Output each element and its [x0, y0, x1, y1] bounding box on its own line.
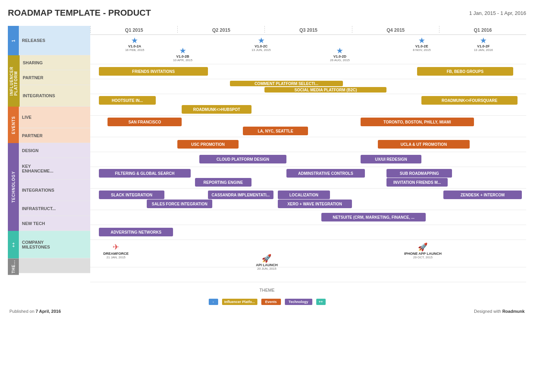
- sidebar-group-label-releases: 1: [8, 26, 19, 55]
- main-container: 1 RELEASES INFLUENCERPLATFORM SHARING PA…: [8, 26, 526, 282]
- timeline-row-integrations-technology: SLACK INTEGRATION SALES FORCE INTEGRATIO…: [90, 189, 526, 210]
- theme-section: THEME - Influencer Platfo... Events Tech…: [8, 288, 526, 305]
- bar-fb-bebo-groups: FB, BEBO GROUPS: [417, 67, 513, 76]
- star-icon-v102d: ★: [336, 47, 343, 54]
- legend-box-influencer: Influencer Platfo...: [222, 299, 257, 305]
- sidebar-group-label-events: EVENTS: [8, 107, 19, 143]
- bar-slack-integration: SLACK INTEGRATION: [99, 191, 164, 199]
- sidebar-item-integrations-influencer: INTEGRATIONS: [20, 85, 90, 107]
- quarter-q1-2016: Q1 2016: [439, 26, 526, 33]
- legend-item-releases: -: [209, 299, 218, 305]
- footer-published-label: Published on: [9, 309, 35, 314]
- theme-legend: - Influencer Platfo... Events Technology…: [8, 299, 526, 305]
- footer-published: Published on 7 April, 2016: [9, 309, 61, 314]
- sidebar-item-infrastructure: INFRASTRUCT...: [19, 201, 90, 216]
- sidebar-group-label-technology: TECHNOLOGY: [8, 143, 19, 231]
- star-icon-v102f: ★: [480, 36, 487, 44]
- bar-netsuite: NETSUITE (CRM, MARKETING, FINANCE, ...: [321, 213, 426, 221]
- page-wrapper: ROADMAP TEMPLATE - PRODUCT 1 Jan, 2015 -…: [0, 0, 534, 318]
- footer-designed: Designed with Roadmunk: [474, 309, 525, 314]
- sidebar-rows-technology: DESIGN KEYENHANCEME... INTEGRATIONS INFR…: [19, 143, 90, 231]
- release-v102c: ★ V1.0-2C 13 JUN, 2015: [252, 36, 271, 52]
- footer-designed-app: Roadmunk: [502, 309, 525, 314]
- sidebar-item-partner-influencer: PARTNER: [20, 70, 90, 85]
- legend-item-milestones: ++: [316, 299, 326, 305]
- timeline-row-integrations-influencer: HOOTSUITE IN... ROADMUNK<>HUBSPOT ROADMU…: [90, 94, 526, 116]
- bar-comment-platform: COMMENT PLATFORM SELECTI...: [230, 81, 343, 86]
- quarter-q2-2015: Q2 2015: [177, 26, 264, 33]
- sidebar-item-key-enhancements: KEYENHANCEME...: [19, 158, 90, 180]
- star-icon-v102e: ★: [418, 36, 425, 44]
- timeline-row-partner-influencer: COMMENT PLATFORM SELECTI... SOCIAL MEDIA…: [90, 79, 526, 94]
- legend-box-technology: Technology: [285, 299, 312, 305]
- milestone-dreamforce: ✈ DREAMFORCE 21 JAN, 2015: [103, 242, 129, 259]
- timeline-row-live: SAN FRANCISCO LA, NYC, SEATTLE TORONTO, …: [90, 116, 526, 137]
- release-v102e: ★ V1.0-2E 8 NOV, 2015: [413, 36, 431, 52]
- star-icon-v102a: ★: [131, 36, 138, 44]
- bar-ucla-ut-promotion: UCLA & UT PROMOTION: [378, 140, 469, 149]
- footer-published-date: 7 April, 2016: [36, 309, 61, 314]
- sidebar-rows-events: LIVE PARTNER: [19, 107, 90, 143]
- bar-localization: LOCALIZATION: [278, 191, 330, 199]
- release-v102a: ★ V1.0-2A 16 FEB, 2015: [125, 36, 144, 52]
- timeline-row-key-enhancements: FILTERING & GLOBAL SEARCH REPORTING ENGI…: [90, 167, 526, 189]
- sidebar-group-releases: 1 RELEASES: [8, 26, 90, 55]
- sidebar-item-theme: [19, 258, 90, 273]
- bar-invitation-friends: INVITATION FRIENDS M...: [386, 178, 448, 187]
- bar-zendesk-intercom: ZENDESK + INTERCOM: [443, 191, 522, 199]
- footer-designed-label: Designed with: [474, 309, 501, 314]
- release-v102d: ★ V1.0-2D 26 AUG, 2015: [330, 47, 350, 62]
- timeline-row-theme: [90, 267, 526, 282]
- timeline-row-partner-events: USC PROMOTION UCLA & UT PROMOTION: [90, 137, 526, 152]
- legend-item-events: Events: [261, 299, 281, 305]
- sidebar-rows-releases: RELEASES: [19, 26, 90, 55]
- sidebar-group-label-theme: THE...: [8, 258, 19, 275]
- api-launch-icon: 🚀: [262, 254, 272, 263]
- quarter-q4-2015: Q4 2015: [352, 26, 439, 33]
- star-icon-v102c: ★: [258, 36, 265, 44]
- bar-sales-force-integration: SALES FORCE INTEGRATION: [147, 200, 212, 208]
- bar-social-media-platform: SOCIAL MEDIA PLATFORM (B2C): [264, 87, 386, 93]
- bar-la-nyc-seattle: LA, NYC, SEATTLE: [243, 127, 308, 135]
- bar-sub-roadmapping: SUB ROADMAPPING: [386, 169, 452, 178]
- sidebar-item-live: LIVE: [19, 107, 90, 128]
- bar-adminstrative-controls: ADMINSTRATIVE CONTROLS: [286, 169, 365, 178]
- release-label-v102f: V1.0-2F: [477, 44, 490, 48]
- timeline-row-new-tech: ADVERSITING NETWORKS: [90, 225, 526, 240]
- sidebar-item-integrations-technology: INTEGRATIONS: [19, 180, 90, 201]
- page-title: ROADMAP TEMPLATE - PRODUCT: [8, 8, 151, 18]
- sidebar-item-partner-events: PARTNER: [19, 128, 90, 143]
- sidebar: 1 RELEASES INFLUENCERPLATFORM SHARING PA…: [8, 26, 90, 282]
- dreamforce-date: 21 JAN, 2015: [106, 256, 125, 259]
- release-label-v102d: V1.0-2D: [334, 54, 346, 58]
- sidebar-item-new-tech: NEW TECH: [19, 216, 90, 231]
- iphone-app-icon: 🚀: [418, 242, 428, 252]
- header: ROADMAP TEMPLATE - PRODUCT 1 Jan, 2015 -…: [8, 8, 526, 18]
- sidebar-item-design: DESIGN: [19, 143, 90, 158]
- sidebar-group-label-milestones: ++: [8, 231, 19, 258]
- legend-box-milestones: ++: [316, 299, 326, 305]
- bar-uxui-redesign: UX/UI REDESIGN: [361, 155, 422, 163]
- footer: Published on 7 April, 2016 Designed with…: [8, 309, 526, 314]
- sidebar-rows-theme: [19, 258, 90, 275]
- api-launch-label: API LAUNCH: [256, 263, 278, 267]
- release-date-v102e: 8 NOV, 2015: [413, 48, 431, 52]
- release-date-v102a: 16 FEB, 2015: [125, 48, 144, 52]
- sidebar-item-releases: RELEASES: [19, 26, 90, 55]
- bar-friends-invitations: FRIENDS INVITATIONS: [99, 67, 208, 76]
- timeline-row-milestones: ✈ DREAMFORCE 21 JAN, 2015 🚀 API LAUNCH 2…: [90, 240, 526, 267]
- release-label-v102a: V1.0-2A: [128, 44, 141, 48]
- legend-box-releases: -: [209, 299, 218, 305]
- bar-usc-promotion: USC PROMOTION: [177, 140, 239, 149]
- release-date-v102b: 10 APR, 2015: [173, 58, 192, 62]
- legend-item-influencer: Influencer Platfo...: [222, 299, 257, 305]
- sidebar-group-events: EVENTS LIVE PARTNER: [8, 107, 90, 143]
- sidebar-group-label-influencer: INFLUENCERPLATFORM: [8, 55, 20, 107]
- sidebar-rows-milestones: COMPANYMILESTONES: [19, 231, 90, 258]
- timeline-row-design: CLOUD PLATFORM DESIGN UX/UI REDESIGN: [90, 152, 526, 167]
- sidebar-group-technology: TECHNOLOGY DESIGN KEYENHANCEME... INTEGR…: [8, 143, 90, 231]
- sidebar-group-influencer: INFLUENCERPLATFORM SHARING PARTNER INTEG…: [8, 55, 90, 107]
- release-date-v102f: 13 JAN, 2016: [474, 48, 493, 52]
- sidebar-rows-influencer: SHARING PARTNER INTEGRATIONS: [20, 55, 90, 107]
- iphone-app-date: 29 OCT, 2015: [413, 256, 432, 259]
